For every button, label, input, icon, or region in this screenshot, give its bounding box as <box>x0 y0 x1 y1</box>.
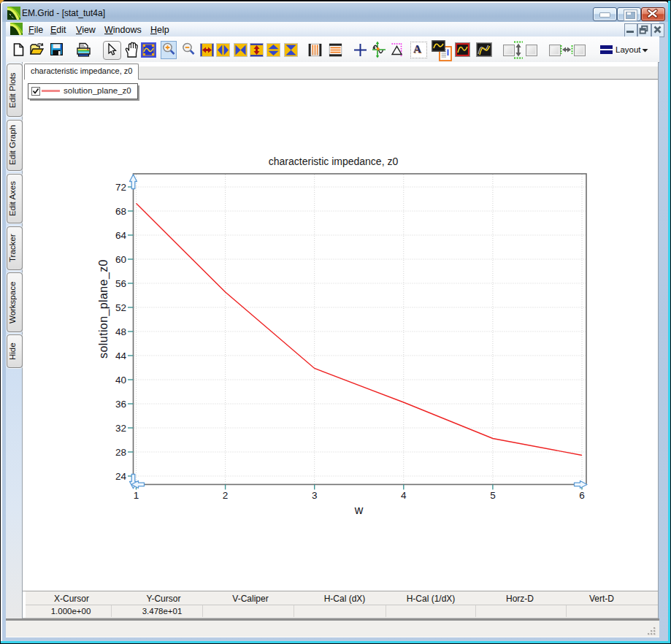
svg-text:36: 36 <box>115 399 126 410</box>
svg-text:44: 44 <box>115 350 127 361</box>
svg-text:68: 68 <box>115 206 126 217</box>
svg-text:32: 32 <box>115 423 126 434</box>
svg-text:2: 2 <box>223 490 229 501</box>
svg-text:48: 48 <box>115 326 126 337</box>
svg-text:1: 1 <box>134 490 139 501</box>
svg-text:solution_plane_z0: solution_plane_z0 <box>97 259 110 359</box>
svg-text:6: 6 <box>579 490 585 501</box>
svg-text:4: 4 <box>401 490 407 501</box>
svg-text:24: 24 <box>115 471 127 482</box>
svg-text:3: 3 <box>312 490 318 501</box>
svg-text:72: 72 <box>115 182 126 193</box>
svg-text:characteristic impedance, z0: characteristic impedance, z0 <box>269 156 399 167</box>
svg-text:5: 5 <box>490 490 496 501</box>
svg-text:60: 60 <box>115 254 126 265</box>
svg-text:64: 64 <box>115 230 127 241</box>
svg-text:40: 40 <box>115 375 126 386</box>
svg-text:52: 52 <box>115 302 126 313</box>
svg-text:56: 56 <box>115 278 126 289</box>
svg-text:w: w <box>354 504 364 516</box>
svg-text:28: 28 <box>115 447 126 458</box>
